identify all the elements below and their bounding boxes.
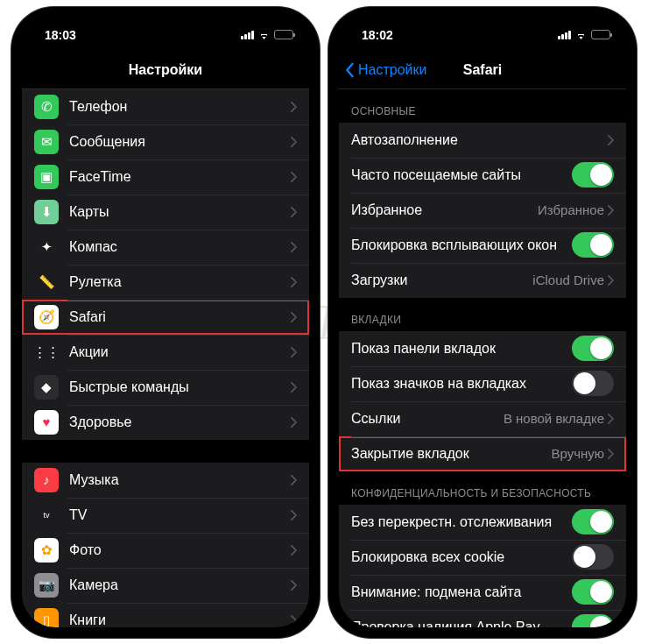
settings-row-compass[interactable]: ✦Компас — [22, 230, 309, 265]
toggle[interactable] — [572, 371, 614, 396]
row-label: Здоровье — [69, 414, 291, 430]
status-right — [241, 30, 293, 39]
facetime-icon: ▣ — [34, 165, 59, 189]
page-title: Настройки — [129, 62, 202, 78]
row-label: Блокировка всплывающих окон — [351, 237, 572, 253]
photos-icon: ✿ — [34, 538, 59, 563]
chevron-right-icon — [608, 414, 614, 424]
setting-row[interactable]: СсылкиВ новой вкладке — [339, 401, 626, 436]
tv-icon: tv — [34, 503, 59, 527]
setting-row[interactable]: Проверка наличия Apple Pay — [339, 610, 626, 627]
wifi-icon — [574, 30, 588, 39]
signal-icon — [241, 31, 254, 39]
row-label: Часто посещаемые сайты — [351, 167, 572, 183]
settings-row-camera[interactable]: 📷Камера — [22, 568, 309, 603]
row-label: Компас — [69, 239, 291, 255]
settings-row-shortcuts[interactable]: ◆Быстрые команды — [22, 370, 309, 405]
phone-left: 18:03 Настройки ✆Телефон✉Сообщения▣FaceT… — [11, 7, 320, 638]
chevron-right-icon — [608, 205, 614, 216]
chevron-right-icon — [291, 545, 297, 556]
notch — [417, 7, 548, 30]
setting-row[interactable]: Часто посещаемые сайты — [339, 158, 626, 193]
page-title: Safari — [463, 62, 502, 78]
settings-row-photos[interactable]: ✿Фото — [22, 533, 309, 568]
settings-row-books[interactable]: ▯Книги — [22, 603, 309, 627]
section-header: ВКЛАДКИ — [339, 298, 626, 331]
row-label: Камера — [69, 577, 291, 593]
settings-list[interactable]: ✆Телефон✉Сообщения▣FaceTime⬇Карты✦Компас… — [22, 89, 309, 627]
setting-row[interactable]: Показ значков на вкладках — [339, 366, 626, 401]
camera-icon: 📷 — [34, 573, 59, 598]
chevron-right-icon — [291, 615, 297, 626]
toggle[interactable] — [572, 162, 614, 188]
toggle[interactable] — [572, 544, 614, 570]
row-label: Ссылки — [351, 411, 504, 427]
chevron-left-icon — [344, 62, 355, 78]
row-label: Показ значков на вкладках — [351, 376, 572, 392]
row-label: Сообщения — [69, 134, 291, 150]
settings-row-health[interactable]: ♥Здоровье — [22, 405, 309, 440]
setting-row[interactable]: Показ панели вкладок — [339, 331, 626, 366]
settings-row-phone[interactable]: ✆Телефон — [22, 89, 309, 124]
toggle[interactable] — [572, 579, 614, 605]
chevron-right-icon — [291, 137, 297, 147]
toggle[interactable] — [572, 336, 614, 361]
chevron-right-icon — [291, 242, 297, 252]
status-time: 18:02 — [362, 28, 393, 42]
settings-row-stocks[interactable]: ⋮⋮Акции — [22, 335, 309, 370]
chevron-right-icon — [291, 347, 297, 357]
row-label: Музыка — [69, 472, 291, 488]
section-header: ОСНОВНЫЕ — [339, 89, 626, 123]
toggle[interactable] — [572, 232, 614, 258]
battery-icon — [274, 30, 293, 39]
status-time: 18:03 — [45, 28, 76, 42]
settings-row-tv[interactable]: tvTV — [22, 498, 309, 533]
screen-settings: 18:03 Настройки ✆Телефон✉Сообщения▣FaceT… — [22, 18, 309, 627]
toggle[interactable] — [572, 509, 614, 534]
setting-row[interactable]: Блокировка всех cookie — [339, 540, 626, 575]
notch — [100, 7, 231, 30]
toggle[interactable] — [572, 614, 614, 627]
chevron-right-icon — [291, 277, 297, 287]
setting-row[interactable]: Автозаполнение — [339, 123, 626, 158]
row-label: Показ панели вкладок — [351, 341, 572, 357]
settings-row-measure[interactable]: 📏Рулетка — [22, 265, 309, 300]
chevron-right-icon — [291, 510, 297, 520]
row-value: Вручную — [551, 446, 604, 461]
settings-row-safari[interactable]: 🧭Safari — [22, 300, 309, 335]
maps-icon: ⬇ — [34, 200, 59, 224]
chevron-right-icon — [291, 475, 297, 485]
row-label: Автозаполнение — [351, 132, 608, 148]
navbar: Настройки Safari — [339, 53, 626, 89]
row-label: Телефон — [69, 99, 291, 115]
row-label: Фото — [69, 542, 291, 558]
setting-row[interactable]: Блокировка всплывающих окон — [339, 228, 626, 263]
settings-row-maps[interactable]: ⬇Карты — [22, 195, 309, 230]
safari-list[interactable]: ОСНОВНЫЕАвтозаполнениеЧасто посещаемые с… — [339, 89, 626, 627]
shortcuts-icon: ◆ — [34, 375, 59, 400]
row-label: Проверка наличия Apple Pay — [351, 619, 572, 627]
stocks-icon: ⋮⋮ — [34, 340, 59, 364]
back-button[interactable]: Настройки — [344, 53, 426, 88]
setting-row[interactable]: Закрытие вкладокВручную — [339, 436, 626, 471]
compass-icon: ✦ — [34, 235, 59, 259]
music-icon: ♪ — [34, 468, 59, 492]
settings-row-facetime[interactable]: ▣FaceTime — [22, 159, 309, 195]
row-label: Внимание: подмена сайта — [351, 584, 572, 600]
chevron-right-icon — [291, 417, 297, 428]
chevron-right-icon — [608, 135, 614, 145]
setting-row[interactable]: ИзбранноеИзбранное — [339, 193, 626, 228]
setting-row[interactable]: Без перекрестн. отслеживания — [339, 505, 626, 540]
wifi-icon — [257, 30, 271, 39]
settings-row-music[interactable]: ♪Музыка — [22, 463, 309, 498]
safari-icon: 🧭 — [34, 305, 59, 329]
row-label: TV — [69, 507, 291, 523]
signal-icon — [558, 31, 571, 39]
setting-row[interactable]: Внимание: подмена сайта — [339, 575, 626, 610]
settings-row-messages[interactable]: ✉Сообщения — [22, 124, 309, 159]
battery-icon — [591, 30, 610, 39]
row-label: Избранное — [351, 202, 538, 218]
chevron-right-icon — [291, 312, 297, 322]
screen-safari: 18:02 Настройки Safari ОСНОВНЫЕАвтозапол… — [339, 18, 626, 627]
setting-row[interactable]: ЗагрузкиiCloud Drive — [339, 263, 626, 298]
